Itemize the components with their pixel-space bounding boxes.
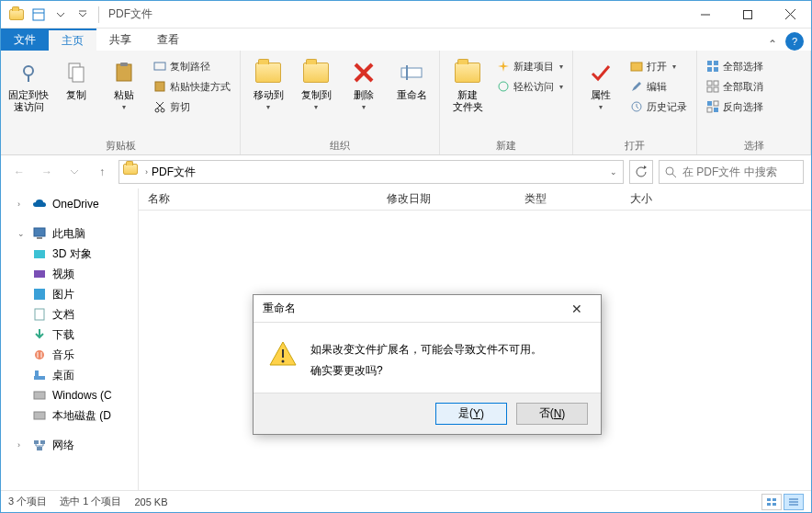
svg-rect-32 — [707, 87, 712, 92]
rename-button[interactable]: 重命名 — [389, 54, 434, 101]
refresh-button[interactable] — [629, 160, 653, 184]
minimize-button[interactable] — [684, 1, 727, 28]
tab-file[interactable]: 文件 — [1, 28, 49, 51]
ribbon-tabs: 文件 主页 共享 查看 ⌃ ? — [1, 28, 811, 51]
nav-item[interactable]: 图片 — [1, 284, 138, 304]
nav-item[interactable]: 文档 — [1, 304, 138, 325]
cut-button[interactable]: 剪切 — [150, 97, 234, 117]
new-folder-button[interactable]: 新建 文件夹 — [445, 54, 490, 113]
col-name[interactable]: 名称 — [139, 191, 378, 207]
chevron-right-icon[interactable]: › — [143, 167, 150, 177]
edit-button[interactable]: 编辑 — [626, 76, 691, 97]
select-none-button[interactable]: 全部取消 — [703, 76, 767, 97]
paste-shortcut-button[interactable]: 粘贴快捷方式 — [150, 76, 234, 97]
open-button[interactable]: 打开▾ — [626, 56, 691, 76]
nav-item[interactable]: 下载 — [1, 325, 138, 345]
properties-icon[interactable] — [28, 5, 49, 25]
pin-button[interactable]: 固定到快 速访问 — [6, 54, 51, 113]
back-button[interactable]: ← — [8, 161, 30, 183]
status-size: 205 KB — [134, 496, 167, 507]
address-box[interactable]: › PDF文件 ⌄ — [118, 160, 624, 184]
search-input[interactable]: 在 PDF文件 中搜索 — [659, 160, 804, 184]
chevron-down-icon[interactable]: ⌄ — [608, 167, 619, 177]
nav-item-icon — [32, 368, 47, 382]
group-label: 新建 — [445, 137, 567, 153]
svg-rect-11 — [117, 64, 131, 81]
edit-icon — [630, 80, 643, 93]
close-button[interactable] — [769, 1, 811, 28]
nav-item[interactable]: 视频 — [1, 264, 138, 284]
nav-this-pc[interactable]: ⌄此电脑 — [1, 223, 138, 244]
paste-button[interactable]: 粘贴 ▾ — [102, 54, 146, 111]
help-icon[interactable]: ? — [785, 32, 804, 51]
scissors-icon — [153, 100, 166, 113]
quick-access-toolbar — [1, 5, 103, 25]
svg-rect-26 — [707, 61, 712, 65]
status-bar: 3 个项目 选中 1 个项目 205 KB — [1, 490, 811, 512]
group-organize: 移动到▾ 复制到▾ 删除▾ 重命名 组织 — [241, 51, 440, 154]
group-label: 组织 — [246, 137, 434, 153]
dialog-close-button[interactable]: ✕ — [562, 302, 592, 316]
nav-item[interactable]: 桌面 — [1, 365, 138, 385]
dialog-titlebar: 重命名 ✕ — [254, 295, 601, 323]
nav-item[interactable]: 本地磁盘 (D — [1, 405, 138, 426]
breadcrumb-item[interactable]: PDF文件 — [150, 165, 197, 180]
nav-network[interactable]: ›网络 — [1, 435, 138, 455]
move-icon — [254, 58, 283, 87]
svg-rect-46 — [34, 376, 45, 380]
svg-point-58 — [282, 360, 285, 363]
qat-overflow-icon[interactable] — [73, 5, 93, 25]
titlebar: PDF文件 — [1, 1, 811, 28]
yes-button[interactable]: 是(Y) — [435, 403, 507, 425]
nav-item[interactable]: 音乐 — [1, 345, 138, 365]
copy-to-button[interactable]: 复制到▾ — [294, 54, 338, 111]
copy-path-button[interactable]: 复制路径 — [150, 56, 234, 76]
delete-button[interactable]: 删除▾ — [342, 54, 386, 111]
nav-item-icon — [32, 327, 47, 342]
rename-dialog: 重命名 ✕ 如果改变文件扩展名，可能会导致文件不可用。 确实要更改吗? 是(Y)… — [253, 294, 602, 435]
up-button[interactable]: ↑ — [91, 161, 113, 183]
nav-item-icon — [32, 246, 47, 261]
svg-point-23 — [499, 82, 508, 91]
view-large-button[interactable] — [761, 494, 782, 510]
recent-dropdown[interactable] — [63, 161, 85, 183]
qat-dropdown-icon[interactable] — [51, 5, 71, 25]
status-selected: 选中 1 个项目 — [60, 495, 121, 508]
properties-button[interactable]: 属性▾ — [579, 54, 623, 111]
tab-home[interactable]: 主页 — [49, 28, 96, 51]
nav-item[interactable]: Windows (C — [1, 385, 138, 405]
address-bar: ← → ↑ › PDF文件 ⌄ 在 PDF文件 中搜索 — [1, 155, 811, 188]
svg-rect-21 — [401, 68, 422, 77]
nav-tree[interactable]: ›OneDrive ⌄此电脑 3D 对象视频图片文档下载音乐桌面Windows … — [1, 188, 139, 490]
invert-selection-button[interactable]: 反向选择 — [703, 97, 767, 117]
move-to-button[interactable]: 移动到▾ — [246, 54, 290, 111]
new-folder-icon — [453, 58, 482, 87]
svg-point-7 — [24, 66, 33, 75]
col-type[interactable]: 类型 — [515, 191, 621, 207]
svg-rect-12 — [120, 63, 128, 66]
nav-onedrive[interactable]: ›OneDrive — [1, 194, 138, 214]
maximize-button[interactable] — [727, 1, 769, 28]
nav-item[interactable]: 3D 对象 — [1, 244, 138, 264]
pc-icon — [32, 226, 47, 241]
nav-item-icon — [32, 307, 47, 322]
tab-share[interactable]: 共享 — [96, 28, 144, 51]
nav-item-icon — [32, 388, 47, 403]
svg-rect-42 — [34, 250, 45, 258]
view-details-button[interactable] — [784, 494, 804, 510]
tab-view[interactable]: 查看 — [144, 28, 192, 51]
svg-rect-40 — [34, 228, 45, 236]
col-size[interactable]: 大小 — [621, 191, 694, 207]
new-item-button[interactable]: 新建项目▾ — [493, 56, 567, 76]
copy-button[interactable]: 复制 — [54, 54, 98, 101]
no-button[interactable]: 否(N) — [516, 403, 588, 425]
easy-access-button[interactable]: 轻松访问▾ — [493, 76, 567, 97]
svg-rect-13 — [154, 63, 165, 70]
history-button[interactable]: 历史记录 — [626, 97, 691, 117]
svg-rect-10 — [73, 67, 84, 82]
select-all-button[interactable]: 全部选择 — [703, 56, 767, 76]
forward-button[interactable]: → — [36, 161, 58, 183]
svg-rect-41 — [37, 237, 42, 239]
collapse-ribbon-icon[interactable]: ⌃ — [760, 38, 785, 51]
col-date[interactable]: 修改日期 — [378, 191, 515, 207]
